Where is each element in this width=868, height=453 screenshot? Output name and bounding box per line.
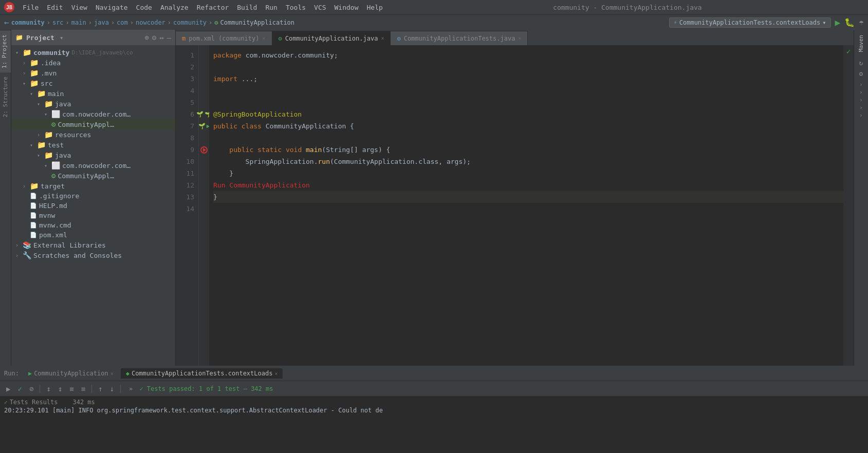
code-container: 1 2 3 4 5 6 7 8 9 10 11 12 13 14 (176, 45, 854, 366)
expand-icon[interactable]: ↔ (159, 33, 163, 42)
tree-item-main[interactable]: ▾ 📁 main (11, 88, 175, 99)
tab-pom[interactable]: m pom.xml (community) × (176, 31, 272, 45)
tree-item-resources[interactable]: › 📁 resources (11, 129, 175, 140)
project-panel-label[interactable]: 1: Project (0, 30, 11, 72)
nav-back-button[interactable]: ← (4, 17, 9, 27)
toolbar-sort-asc-btn[interactable]: ↕ (44, 384, 52, 394)
toolbar-sort-desc-btn[interactable]: ↕ (56, 384, 64, 394)
menu-tools[interactable]: Tools (286, 4, 306, 11)
project-dropdown-arrow[interactable]: ▾ (60, 34, 64, 42)
src-folder-icon: 📁 (30, 79, 39, 87)
tree-item-pom[interactable]: 📄 pom.xml (11, 230, 175, 240)
maven-tree-4: › (859, 105, 862, 110)
community-app-tests-tab-close[interactable]: × (518, 35, 521, 41)
menu-edit[interactable]: Edit (47, 4, 63, 11)
tree-item-scratches[interactable]: › 🔧 Scratches and Consoles (11, 250, 175, 260)
log-entry-1: 20:23:29.101 [main] INFO org.springframe… (4, 407, 383, 414)
menu-navigate[interactable]: Navigate (96, 4, 128, 11)
test-tab-close[interactable]: × (274, 371, 278, 376)
run-button[interactable]: ▶ (835, 17, 841, 28)
code-editor[interactable]: package com.nowcoder.community; import .… (209, 45, 843, 366)
menu-view[interactable]: View (71, 4, 87, 11)
ext-libs-icon: 📚 (23, 241, 31, 249)
breadcrumb-java[interactable]: java (94, 19, 109, 26)
tab-run-context-loads[interactable]: ◆ CommunityApplicationTests.contextLoads… (121, 368, 283, 379)
tab-community-app-tests[interactable]: ⚙ CommunityApplicationTests.java × (391, 31, 528, 45)
tree-item-target[interactable]: › 📁 target (11, 181, 175, 191)
tree-item-mvnwcmd[interactable]: 📄 mvnw.cmd (11, 220, 175, 230)
toolbar-down-btn[interactable]: ↓ (108, 384, 116, 394)
locate-icon[interactable]: ⊕ (144, 33, 149, 42)
menu-vcs[interactable]: VCS (314, 4, 326, 11)
maven-tree-3: › (859, 97, 862, 103)
maven-refresh-icon[interactable]: ↻ (859, 59, 863, 67)
tree-item-java-main[interactable]: ▾ 📁 java (11, 99, 175, 109)
menu-help[interactable]: Help (367, 4, 383, 11)
tree-item-community-app-test[interactable]: ⚙ CommunityAppl… (11, 171, 175, 181)
run-config-selector[interactable]: ⚡ CommunityApplicationTests.contextLoads… (669, 17, 831, 28)
breadcrumb-community[interactable]: community (11, 19, 45, 26)
menu-file[interactable]: File (23, 4, 39, 11)
tree-item-package-main[interactable]: ▾ ⬜ com.nowcoder.com… (11, 109, 175, 119)
tree-item-mvnw[interactable]: 📄 mvnw (11, 211, 175, 220)
code-line-5 (213, 97, 843, 108)
menu-run[interactable]: Run (265, 4, 277, 11)
main-folder-icon: 📁 (37, 89, 46, 98)
tree-item-java-test[interactable]: ▾ 📁 java (11, 150, 175, 160)
tree-item-package-test[interactable]: ▾ ⬜ com.nowcoder.com… (11, 160, 175, 171)
breadcrumb-nowcoder[interactable]: nowcoder (136, 19, 165, 26)
run-label: Run: (4, 370, 19, 377)
toolbar-filter-btn[interactable]: ≡ (79, 384, 87, 394)
test-tab-icon: ◆ (126, 370, 130, 377)
bottom-panel-tabs: Run: ▶ CommunityApplication × ◆ Communit… (0, 366, 868, 381)
toolbar-check-btn[interactable]: ✓ (15, 384, 24, 394)
tab-community-app[interactable]: ⚙ CommunityApplication.java × (272, 31, 391, 45)
spring-gutter-icon-7[interactable]: 🌱 (198, 123, 206, 129)
breadcrumb-community2[interactable]: community (173, 19, 207, 26)
menu-refactor[interactable]: Refactor (197, 4, 229, 11)
folder-icon: 📁 (15, 34, 23, 41)
maven-label[interactable]: Maven (857, 32, 865, 55)
toolbar-align-btn[interactable]: ≡ (67, 384, 76, 394)
breadcrumb-bar: ← community › src › main › java › com › … (0, 14, 868, 30)
breadcrumb-file[interactable]: CommunityApplication (220, 19, 295, 26)
toolbar-play-btn[interactable]: ▶ (4, 384, 12, 394)
menu-analyze[interactable]: Analyze (160, 4, 189, 11)
main-content: 1: Project 2: Structure 📁 Project ▾ ⊕ ⚙ … (0, 30, 868, 366)
bottom-toolbar: ▶ ✓ ⊘ ↕ ↕ ≡ ≡ ↑ ↓ » ✓ Tests passed: 1 of… (0, 381, 868, 396)
test-folder-icon: 📁 (37, 141, 46, 149)
tree-item-help[interactable]: 📄 HELP.md (11, 201, 175, 211)
menu-window[interactable]: Window (335, 4, 359, 11)
breadcrumb-com[interactable]: com (117, 19, 128, 26)
breadcrumb-right-area: ⚡ CommunityApplicationTests.contextLoads… (669, 17, 864, 28)
run-tab-close[interactable]: × (110, 371, 114, 376)
editor-tabs: m pom.xml (community) × ⚙ CommunityAppli… (176, 30, 854, 45)
tab-run-community-app[interactable]: ▶ CommunityApplication × (23, 368, 119, 379)
code-line-13: } (213, 191, 843, 203)
menu-code[interactable]: Code (136, 4, 152, 11)
maven-settings-icon[interactable]: ⚙ (859, 70, 863, 78)
debug-button[interactable]: 🐛 (844, 17, 855, 27)
tree-item-root[interactable]: ▾ 📁 community D:\IDEA_javaweb\co (11, 47, 175, 58)
tree-item-community-app[interactable]: ⚙ CommunityAppl… (11, 119, 175, 129)
toolbar-stop-btn[interactable]: ⊘ (27, 384, 35, 394)
toolbar-up-btn[interactable]: ↑ (96, 384, 104, 394)
settings-icon[interactable]: ⚙ (152, 33, 156, 42)
tree-item-idea[interactable]: › 📁 .idea (11, 58, 175, 68)
structure-panel-label[interactable]: 2: Structure (1, 72, 10, 121)
hide-icon[interactable]: — (167, 33, 171, 42)
bottom-panel: Run: ▶ CommunityApplication × ◆ Communit… (0, 366, 868, 453)
breadcrumb-main[interactable]: main (71, 19, 86, 26)
menu-build[interactable]: Build (237, 4, 257, 11)
tree-item-gitignore[interactable]: 📄 .gitignore (11, 191, 175, 201)
pom-tab-close[interactable]: × (263, 35, 266, 41)
coverage-button[interactable]: ☂ (859, 17, 864, 27)
tree-item-src[interactable]: ▾ 📁 src (11, 78, 175, 88)
run-marker-9[interactable] (200, 146, 208, 154)
community-app-tab-close[interactable]: × (381, 35, 384, 41)
tree-item-ext-libs[interactable]: › 📚 External Libraries (11, 240, 175, 250)
breadcrumb-src[interactable]: src (52, 19, 64, 26)
tree-item-mvn[interactable]: › 📁 .mvn (11, 68, 175, 78)
tree-item-test[interactable]: ▾ 📁 test (11, 140, 175, 150)
spring-gutter-icon-6[interactable]: 🌱 (196, 111, 204, 118)
